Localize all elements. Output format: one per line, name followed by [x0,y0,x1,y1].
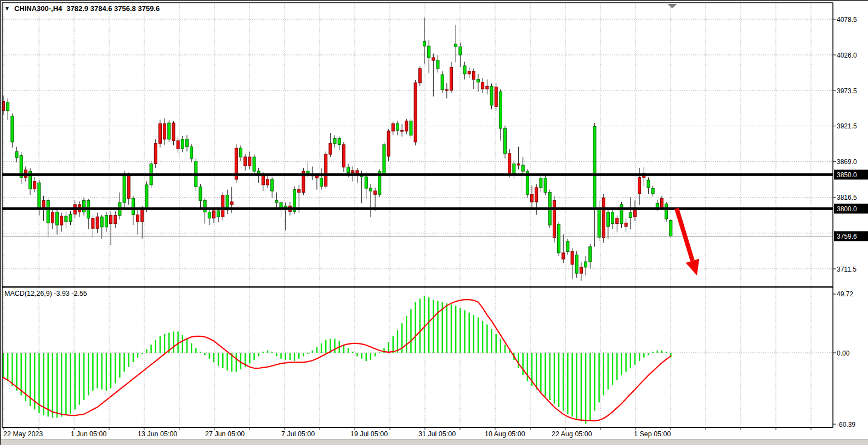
macd-histogram-bar [375,353,376,356]
macd-histogram-bar [65,353,66,415]
sell-arrow-head[interactable] [685,258,699,275]
candle-body [365,177,367,188]
macd-histogram-bar [410,309,411,353]
macd-histogram-bar [393,336,394,353]
candle-body [105,216,107,227]
price-badge-label: 3759.6 [837,233,857,240]
macd-histogram-bar [16,353,17,391]
candle-body [387,131,390,156]
candle-body [472,71,475,80]
candle-body [468,71,470,74]
candle-body [463,66,466,74]
candle-body [325,154,327,186]
candle-body [33,182,36,189]
macd-histogram-bar [218,353,219,366]
candle-body [222,195,224,217]
macd-histogram-bar [518,353,519,368]
candle-body [123,174,126,202]
macd-histogram-bar [97,353,98,388]
macd-panel[interactable] [3,296,672,424]
macd-tick-label: -60.39 [837,421,855,429]
candle-body [450,67,453,90]
candle-body [172,123,175,140]
candle-body [598,208,600,237]
macd-histogram-bar [648,353,649,355]
macd-histogram-bar [200,352,201,353]
macd-histogram-bar [75,353,76,409]
price-tick-label: 3973.5 [837,87,857,95]
macd-histogram-bar [352,352,353,353]
chart-canvas[interactable]: 4078.54026.03973.53921.53869.03816.53711… [1,1,868,445]
macd-histogram-bar [263,352,264,353]
candle-body [92,218,94,229]
candle-body [553,200,555,238]
candle-body [441,75,444,89]
macd-histogram-bar [589,353,591,420]
macd-histogram-bar [419,298,421,353]
macd-histogram-bar [191,343,192,353]
candle-body [42,200,45,208]
macd-histogram-bar [20,353,21,395]
macd-histogram-bar [150,345,151,353]
collapse-triangle-icon[interactable]: ▼ [4,6,10,12]
time-tick-label: 7 Jul 05:00 [281,430,315,438]
candle-body [347,167,350,173]
candle-body [593,126,596,209]
candle-body [477,80,480,82]
macd-histogram-bar [500,339,501,353]
macd-histogram-bar [3,353,4,378]
candle-body [432,58,435,60]
macd-histogram-bar [437,301,438,353]
candle-body [566,241,569,252]
macd-histogram-bar [177,331,178,353]
candle-body [266,179,269,185]
price-axis[interactable] [833,19,868,424]
candle-body [647,180,650,188]
candle-body [571,251,574,264]
candle-body [495,87,497,106]
sell-arrow-shaft[interactable] [677,209,693,261]
candle-body [338,139,341,145]
candle-body [298,190,300,193]
macd-histogram-bar [527,353,528,381]
macd-histogram-bar [123,353,124,371]
macd-histogram-bar [424,296,425,353]
candle-body [455,44,457,47]
macd-histogram-bar [258,353,259,356]
candle-body [38,183,41,208]
candle-body [445,89,448,91]
candle-body [158,123,161,143]
macd-histogram-bar [630,353,631,368]
macd-histogram-bar [433,300,434,353]
macd-histogram-bar [334,339,335,353]
candle-body [127,174,130,199]
candle-body [531,194,534,202]
macd-histogram-bar [612,353,613,385]
candle-body [212,211,215,218]
candle-body [132,199,134,215]
macd-histogram-bar [115,353,116,384]
macd-histogram-bar [361,353,362,359]
macd-histogram-bar [290,353,291,360]
macd-histogram-bar [101,353,103,390]
candle-body [405,121,408,131]
time-tick-label: 22 May 2023 [3,430,43,438]
macd-histogram-bar [119,353,120,378]
candle-body [580,267,582,273]
time-tick-label: 1 Sep 05:00 [634,430,671,438]
candle-body [392,123,394,131]
candle-body [585,262,587,267]
macd-histogram-bar [455,306,456,353]
macd-histogram-bar [195,348,196,353]
macd-histogram-bar [563,353,564,410]
candle-body [65,216,67,222]
last-bar-marker-icon [667,4,677,8]
macd-histogram-bar [576,353,577,419]
macd-histogram-bar [496,334,497,353]
macd-name: MACD(12,26,9) [4,290,52,297]
candle-body [414,83,417,142]
candle-body [96,217,99,228]
panel-borders [2,3,833,427]
candle-body [253,157,256,171]
macd-histogram-bar [240,353,241,369]
